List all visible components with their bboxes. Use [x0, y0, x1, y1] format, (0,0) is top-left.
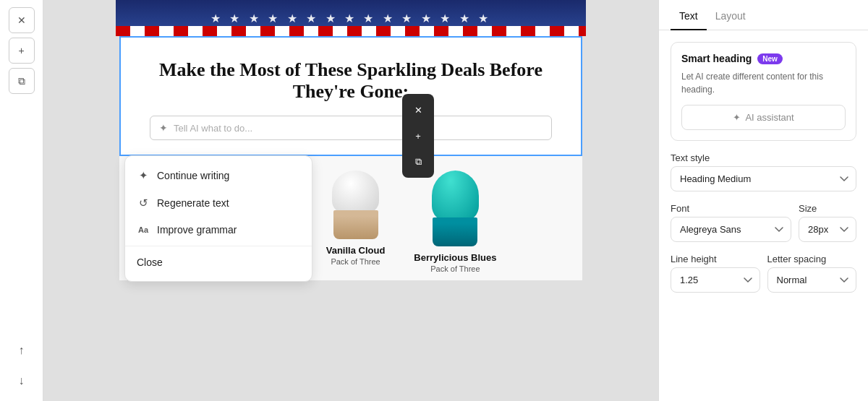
add-icon: +	[18, 45, 24, 56]
frosting-white	[332, 171, 379, 214]
panel-tabs: Text Layout	[659, 0, 868, 30]
mini-copy-icon: ⧉	[415, 156, 422, 168]
font-label: Font	[671, 203, 791, 214]
new-badge: New	[757, 53, 783, 64]
cupcake-item-white: Vanilla Cloud Pack of Three	[326, 171, 386, 273]
font-select[interactable]: Alegreya Sans	[671, 217, 791, 242]
ai-assistant-label: AI assistant	[745, 112, 793, 123]
frosting-teal	[432, 171, 479, 221]
copy-toolbar-btn[interactable]: ⧉	[9, 68, 35, 94]
context-menu: ✦ Continue writing ↺ Regenerate text Aa …	[124, 155, 312, 282]
banner-stripe	[116, 26, 586, 36]
continue-writing-icon: ✦	[137, 169, 150, 182]
add-toolbar-btn[interactable]: +	[9, 38, 35, 64]
context-menu-divider	[125, 246, 312, 246]
close-label: Close	[137, 256, 163, 268]
content-box: Make the Most of These Sparkling Deals B…	[119, 36, 582, 156]
letter-spacing-label: Letter spacing	[767, 254, 857, 264]
delete-icon: ✕	[17, 14, 26, 26]
ai-input-placeholder: Tell AI what to do...	[174, 123, 252, 134]
size-group: Size 28px	[799, 203, 856, 242]
cupcake-name-teal: Berrylicious Blues	[414, 252, 496, 263]
mini-close-icon: ✕	[414, 105, 422, 116]
text-style-select[interactable]: Heading Medium	[671, 166, 856, 191]
regenerate-icon: ↺	[137, 197, 150, 210]
sparkle-icon: ✦	[159, 122, 168, 134]
size-label: Size	[799, 203, 856, 214]
regenerate-text-label: Regenerate text	[157, 197, 229, 209]
font-group: Font Alegreya Sans	[671, 203, 791, 242]
improve-grammar-label: Improve grammar	[157, 224, 237, 236]
mini-copy-btn[interactable]: ⧉	[407, 150, 430, 173]
letter-spacing-select[interactable]: Normal	[767, 267, 857, 293]
cupcake-item-teal: Berrylicious Blues Pack of Three	[414, 171, 496, 273]
letter-spacing-group: Letter spacing Normal	[767, 254, 857, 293]
smart-heading-card: Smart heading New Let AI create differen…	[671, 42, 856, 141]
left-toolbar: ✕ + ⧉ ↑ ↓	[0, 0, 43, 401]
smart-heading-header: Smart heading New	[681, 53, 846, 64]
heading-text: Make the Most of These Sparkling Deals B…	[150, 59, 552, 103]
continue-writing-item[interactable]: ✦ Continue writing	[125, 162, 312, 189]
continue-writing-label: Continue writing	[157, 170, 229, 181]
right-panel: Text Layout Smart heading New Let AI cre…	[658, 0, 868, 401]
improve-grammar-item[interactable]: Aa Improve grammar	[125, 217, 312, 243]
smart-heading-desc: Let AI create different content for this…	[681, 70, 846, 96]
line-height-select[interactable]: 1.25	[671, 267, 760, 293]
font-size-row: Font Alegreya Sans Size 28px	[671, 203, 856, 242]
text-style-section: Text style Heading Medium	[671, 152, 856, 191]
tab-text[interactable]: Text	[671, 0, 707, 30]
ai-assistant-icon: ✦	[733, 112, 741, 123]
text-style-label: Text style	[671, 152, 856, 163]
arrow-down-btn[interactable]: ↓	[9, 368, 35, 394]
ai-assistant-button[interactable]: ✦ AI assistant	[681, 105, 846, 130]
panel-content: Smart heading New Let AI create differen…	[659, 30, 868, 304]
tab-layout[interactable]: Layout	[707, 0, 754, 30]
stars-banner	[116, 0, 586, 36]
line-height-label: Line height	[671, 254, 760, 264]
base-teal	[433, 217, 477, 246]
mini-add-icon: +	[415, 131, 421, 142]
cupcake-sub-teal: Pack of Three	[430, 264, 480, 273]
line-height-group: Line height 1.25	[671, 254, 760, 293]
delete-toolbar-btn[interactable]: ✕	[9, 7, 35, 33]
context-menu-close[interactable]: Close	[125, 249, 312, 275]
mini-floating-panel: ✕ + ⧉	[402, 94, 434, 178]
ai-input-bar[interactable]: ✦ Tell AI what to do...	[150, 116, 552, 140]
line-spacing-row: Line height 1.25 Letter spacing Normal	[671, 254, 856, 293]
main-canvas: Make the Most of These Sparkling Deals B…	[43, 0, 658, 401]
cupcake-name-white: Vanilla Cloud	[326, 245, 386, 256]
mini-add-btn[interactable]: +	[407, 124, 430, 147]
copy-icon: ⧉	[18, 75, 25, 87]
smart-heading-title: Smart heading	[681, 53, 752, 64]
mini-close-btn[interactable]: ✕	[407, 98, 430, 121]
grammar-icon: Aa	[137, 225, 150, 234]
arrow-up-btn[interactable]: ↑	[9, 337, 35, 363]
regenerate-text-item[interactable]: ↺ Regenerate text	[125, 189, 312, 217]
size-select[interactable]: 28px	[799, 217, 856, 242]
base-white	[333, 210, 378, 239]
cupcake-sub-white: Pack of Three	[331, 257, 380, 266]
